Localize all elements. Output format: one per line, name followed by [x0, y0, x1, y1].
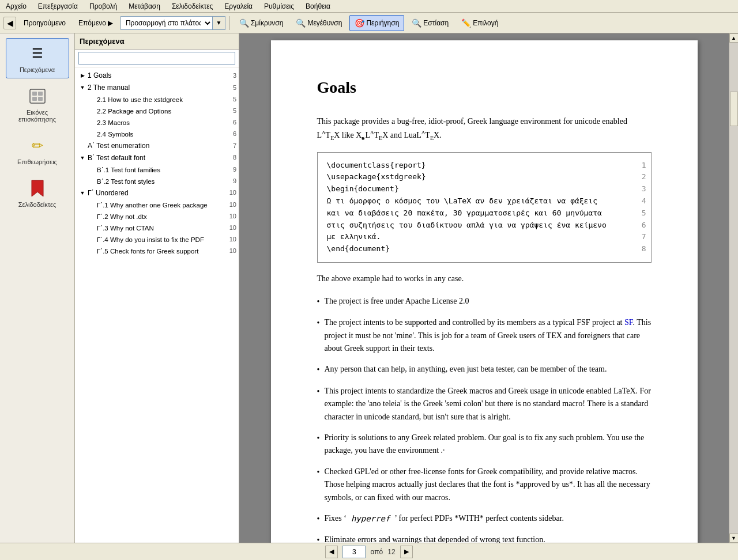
- menu-edit[interactable]: Επεξεργασία: [35, 1, 81, 12]
- prev-arrow[interactable]: ◀: [3, 17, 16, 29]
- toc-item-page: 10: [225, 200, 236, 209]
- toc-item[interactable]: Β΄.2 Test font styles9: [75, 176, 239, 187]
- toc-item[interactable]: Γ΄.5 Check fonts for Greek support10: [75, 245, 239, 257]
- line-number: 6: [642, 220, 646, 232]
- contents-icon: ☰: [27, 43, 48, 64]
- page-body: This package provides a bug-free, idiot-…: [317, 115, 652, 543]
- toc-item-page: 7: [228, 142, 236, 150]
- toc-item-label: Γ΄.3 Why not CTAN: [97, 224, 154, 233]
- toc-item-page: 10: [225, 188, 236, 197]
- images-icon: [27, 86, 48, 107]
- scroll-thumb[interactable]: [730, 92, 738, 126]
- toc-item[interactable]: Γ΄.3 Why not CTAN10: [75, 222, 239, 234]
- zoom-select[interactable]: Προσαρμογή στο πλάτος: [121, 16, 213, 30]
- line-number: 2: [642, 171, 646, 183]
- toc-item-page: 10: [225, 247, 236, 255]
- toc-panel: Περιεχόμενα ▶1 Goals3▼2 The manual52.1 H…: [75, 33, 239, 543]
- toc-item[interactable]: 2.2 Package and Options5: [75, 105, 239, 117]
- toc-item-page: 6: [228, 130, 236, 138]
- bookmarks-label: Σελιδοδείκτες: [18, 201, 56, 208]
- panel-btn-contents[interactable]: ☰ Περιεχόμενα: [6, 38, 69, 78]
- toc-item[interactable]: Γ΄.2 Why not .dtx10: [75, 211, 239, 222]
- toc-item-page: 9: [228, 177, 236, 186]
- code-block: \documentclass{report}\usepackage{xstdgr…: [317, 152, 652, 263]
- zoom-select-arrow[interactable]: ▼: [213, 16, 225, 30]
- select-button[interactable]: ✏️ Επιλογή: [456, 15, 503, 31]
- bullet-item: Eliminate errors and warnings that depen…: [317, 533, 652, 543]
- toc-item[interactable]: ▶1 Goals3: [75, 70, 239, 82]
- prev-button[interactable]: Προηγούμενο: [18, 15, 71, 31]
- toc-search-input[interactable]: [78, 52, 235, 65]
- bottom-bar: ◀ από 12 ▶: [0, 543, 738, 560]
- sf-link[interactable]: SF: [624, 318, 632, 327]
- code-line-numbers: 12345678: [642, 160, 646, 255]
- left-panel: ☰ Περιεχόμενα Εικόνες επισκόπησης ✏ Επιθ…: [0, 33, 75, 543]
- line-number: 8: [642, 243, 646, 255]
- toc-item-label: Γ΄.1 Why another one Greek package: [97, 200, 208, 210]
- toc-item-label: Α΄ Test enumeration: [88, 141, 149, 151]
- toc-toggle-icon: ▶: [78, 71, 86, 80]
- panel-btn-reviews[interactable]: ✏ Επιθεωρήσεις: [6, 130, 69, 171]
- toc-item-label: Γ΄.2 Why not .dtx: [97, 212, 147, 221]
- code-line: \usepackage{xstdgreek}: [327, 171, 642, 183]
- shrink-icon: 🔍: [239, 18, 249, 28]
- scroll-down-arrow[interactable]: ▼: [729, 533, 739, 543]
- line-number: 3: [642, 183, 646, 195]
- toc-item-label: Γ΄ Unordered: [88, 188, 129, 198]
- select-label: Επιλογή: [473, 19, 498, 27]
- next-button[interactable]: Επόμενο ▶: [73, 15, 118, 31]
- toc-item[interactable]: Γ΄.4 Why do you insist to fix the PDF10: [75, 234, 239, 245]
- expand-label: Μεγέθυνση: [307, 19, 342, 27]
- next-label: Επόμενο: [78, 19, 106, 27]
- svg-rect-2: [38, 92, 43, 96]
- toc-item-label: Β΄ Test default font: [88, 153, 145, 163]
- shrink-button[interactable]: 🔍 Σμίκρυνση: [234, 15, 288, 31]
- focus-button[interactable]: 🔍 Εστίαση: [406, 15, 454, 31]
- toc-item[interactable]: ▼Β΄ Test default font8: [75, 152, 239, 164]
- tour-button[interactable]: 🎯 Περιήγηση: [349, 15, 404, 31]
- bullet-item: The project intents to be supported and …: [317, 316, 652, 355]
- shrink-label: Σμίκρυνση: [251, 19, 283, 27]
- toc-item[interactable]: 2.1 How to use the xstdgreek5: [75, 94, 239, 105]
- focus-label: Εστίαση: [423, 19, 449, 27]
- doc-page: Goals This package provides a bug-free, …: [271, 40, 698, 543]
- select-icon: ✏️: [461, 18, 471, 28]
- menu-help[interactable]: Βοήθεια: [302, 1, 334, 12]
- toolbar-sep-1: [229, 16, 230, 30]
- toc-item[interactable]: Γ΄.1 Why another one Greek package10: [75, 199, 239, 211]
- scroll-track[interactable]: [729, 43, 738, 533]
- toc-item[interactable]: 2.4 Symbols6: [75, 128, 239, 140]
- scroll-up-arrow[interactable]: ▲: [729, 33, 739, 43]
- toc-item[interactable]: 2.3 Macros6: [75, 117, 239, 128]
- menu-bookmarks[interactable]: Σελιδοδείκτες: [168, 1, 216, 12]
- panel-btn-bookmarks[interactable]: Σελιδοδείκτες: [6, 173, 69, 213]
- page-next-btn[interactable]: ▶: [400, 546, 413, 558]
- page-input[interactable]: [342, 546, 366, 558]
- toc-toggle-icon: ▼: [78, 84, 86, 92]
- menu-file[interactable]: Αρχείο: [2, 1, 30, 12]
- intro-para: This package provides a bug-free, idiot-…: [317, 115, 652, 143]
- menu-view[interactable]: Προβολή: [86, 1, 121, 12]
- panel-btn-images[interactable]: Εικόνες επισκόπησης: [6, 81, 69, 128]
- page-prev-btn[interactable]: ◀: [325, 546, 338, 558]
- expand-icon: 🔍: [296, 18, 306, 28]
- reviews-label: Επιθεωρήσεις: [17, 158, 57, 165]
- doc-area[interactable]: Goals This package provides a bug-free, …: [239, 33, 729, 543]
- toc-item[interactable]: Β΄.1 Test font families9: [75, 164, 239, 176]
- toc-item[interactable]: ▼Γ΄ Unordered10: [75, 187, 239, 199]
- after-code-para: The above example had to works in any ca…: [317, 272, 652, 286]
- code-line: με ελληνικά.: [327, 231, 642, 243]
- toc-toggle-icon: [78, 142, 86, 150]
- menu-settings[interactable]: Ρυθμίσεις: [261, 1, 298, 12]
- contents-label: Περιεχόμενα: [20, 66, 55, 73]
- reviews-icon: ✏: [27, 135, 48, 156]
- menu-tools[interactable]: Εργαλεία: [221, 1, 256, 12]
- toc-toggle-icon: [88, 177, 96, 186]
- toc-item-label: 2.1 How to use the xstdgreek: [97, 95, 183, 104]
- toc-item[interactable]: ▼2 The manual5: [75, 82, 239, 94]
- focus-icon: 🔍: [412, 18, 421, 28]
- toc-item[interactable]: Α΄ Test enumeration7: [75, 140, 239, 152]
- toc-toggle-icon: [88, 224, 96, 232]
- menu-navigate[interactable]: Μετάβαση: [125, 1, 164, 12]
- expand-button[interactable]: 🔍 Μεγέθυνση: [291, 15, 347, 31]
